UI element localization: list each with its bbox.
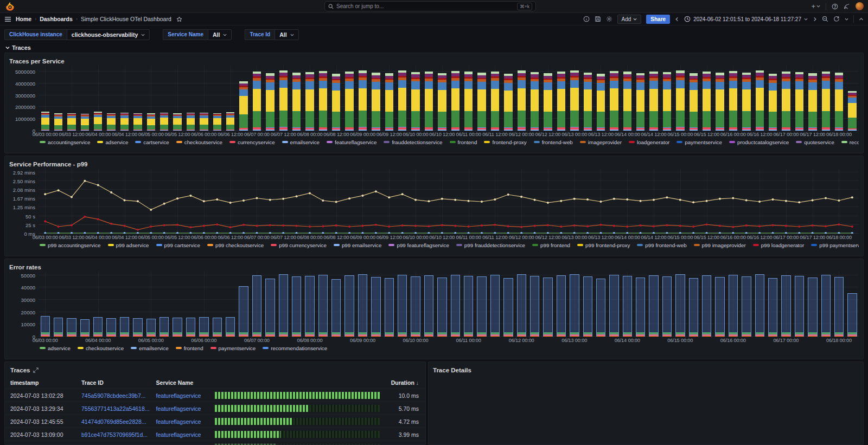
stacked-bar[interactable] xyxy=(477,73,486,131)
stacked-bar[interactable] xyxy=(319,71,327,131)
stacked-bar[interactable] xyxy=(359,70,367,131)
stacked-bar[interactable] xyxy=(690,73,698,131)
error-bar[interactable] xyxy=(808,278,817,337)
legend-item[interactable]: cartservice xyxy=(135,139,169,145)
legend-item[interactable]: accountingservice xyxy=(40,139,90,145)
stacked-bar[interactable] xyxy=(160,113,168,131)
error-bar[interactable] xyxy=(239,286,248,337)
stacked-bar[interactable] xyxy=(305,72,314,131)
stacked-bar[interactable] xyxy=(226,112,234,131)
panel-title[interactable]: Traces xyxy=(5,365,425,375)
legend-item[interactable]: p99 checkoutservice xyxy=(207,242,264,248)
legend-item[interactable]: p99 frontend-proxy xyxy=(577,242,630,248)
error-bar[interactable] xyxy=(186,318,195,337)
error-bar[interactable] xyxy=(742,276,751,337)
error-bar[interactable] xyxy=(715,277,724,337)
legend-item[interactable]: featureflagservice xyxy=(327,139,376,145)
legend-item[interactable]: recommendationservice xyxy=(263,345,327,351)
legend-item[interactable]: adservice xyxy=(97,139,128,145)
panel-title[interactable]: Error rates xyxy=(9,262,859,272)
error-bar[interactable] xyxy=(146,319,156,337)
add-new-icon[interactable]: + xyxy=(811,2,820,10)
error-bar[interactable] xyxy=(411,276,420,337)
error-bar[interactable] xyxy=(503,278,513,337)
error-bar[interactable] xyxy=(54,318,63,337)
stacked-bar[interactable] xyxy=(491,72,499,131)
service-name-link[interactable]: featureflagservice xyxy=(156,418,201,425)
error-bar[interactable] xyxy=(398,275,407,337)
col-duration[interactable]: Duration ↓ xyxy=(383,377,425,389)
trace-id-link[interactable]: b91ce47d753709695f1d... xyxy=(81,431,148,438)
refresh-icon[interactable] xyxy=(833,16,840,22)
save-dashboard-icon[interactable] xyxy=(595,16,601,22)
error-bar[interactable] xyxy=(596,279,605,337)
error-bar[interactable] xyxy=(226,317,235,337)
stacked-bar[interactable] xyxy=(200,113,208,131)
stacked-bar[interactable] xyxy=(279,70,288,131)
stacked-bar[interactable] xyxy=(213,113,221,131)
error-bar[interactable] xyxy=(106,318,116,337)
stacked-bar[interactable] xyxy=(703,72,711,131)
stacked-bar[interactable] xyxy=(518,70,526,131)
error-bar[interactable] xyxy=(675,274,685,337)
stacked-bar[interactable] xyxy=(398,70,406,131)
stacked-bar[interactable] xyxy=(81,114,89,131)
stacked-bar[interactable] xyxy=(504,74,512,131)
legend-item[interactable]: recommendationservice xyxy=(841,139,859,145)
error-bar[interactable] xyxy=(834,277,844,337)
col-trace-id[interactable]: Trace ID xyxy=(78,377,153,389)
breadcrumb-home[interactable]: Home xyxy=(16,16,31,22)
legend-item[interactable]: p99 featureflagservice xyxy=(388,242,449,248)
legend-item[interactable]: p99 loadgenerator xyxy=(753,242,805,248)
stacked-bar[interactable] xyxy=(557,72,565,131)
stacked-bar[interactable] xyxy=(756,70,764,131)
stacked-bar[interactable] xyxy=(464,72,473,131)
stacked-bar[interactable] xyxy=(292,73,301,131)
stacked-bar[interactable] xyxy=(769,74,777,131)
error-bar[interactable] xyxy=(490,275,500,337)
error-bar[interactable] xyxy=(583,276,592,337)
legend-item[interactable]: adservice xyxy=(40,345,71,351)
col-service-name[interactable]: Service Name xyxy=(153,377,212,389)
stacked-bar[interactable] xyxy=(266,73,274,131)
error-bar[interactable] xyxy=(477,276,486,337)
user-avatar[interactable] xyxy=(856,2,864,10)
legend-item[interactable]: p99 currencyservice xyxy=(271,242,327,248)
stacked-bar[interactable] xyxy=(716,73,724,131)
stacked-bar[interactable] xyxy=(147,113,155,131)
stacked-bar[interactable] xyxy=(239,81,247,131)
time-range-back-icon[interactable] xyxy=(675,17,679,22)
trace-id-link[interactable]: 745a59078cbdeec39b7... xyxy=(81,392,146,399)
panel-title[interactable]: Trace Details xyxy=(433,365,859,375)
error-bar[interactable] xyxy=(847,293,857,337)
stacked-bar[interactable] xyxy=(425,72,433,131)
legend-item[interactable]: p99 cartservice xyxy=(156,242,200,248)
error-bar[interactable] xyxy=(557,275,566,337)
service-name-link[interactable]: featureflagservice xyxy=(156,405,201,412)
table-row[interactable]: 2024-07-03 13:09:00b91ce47d753709695f1d.… xyxy=(5,428,425,441)
error-bar[interactable] xyxy=(623,276,632,337)
table-row[interactable]: 2024-07-03 13:26:3321ff4a0ceeaeb4fd90af0… xyxy=(5,441,425,445)
breadcrumb-dashboards[interactable]: Dashboards xyxy=(40,16,73,22)
trace-id-link[interactable]: 41474d0769d85ee2828... xyxy=(81,418,146,425)
traces-section-toggle[interactable]: Traces xyxy=(0,43,868,53)
error-bar[interactable] xyxy=(67,318,76,337)
p99-line-plot[interactable] xyxy=(39,169,859,234)
time-range-picker[interactable]: 2024-06-02 12:01:51 to 2024-06-18 11:27:… xyxy=(684,16,808,22)
stacked-bar[interactable] xyxy=(782,72,790,131)
service-name-select[interactable]: All xyxy=(208,29,232,40)
collapse-toolbar-icon[interactable] xyxy=(859,17,864,21)
legend-item[interactable]: p99 frauddetectionservice xyxy=(456,242,525,248)
favorite-star-icon[interactable] xyxy=(176,16,182,22)
error-bar[interactable] xyxy=(464,276,473,337)
service-name-link[interactable]: featureflagservice xyxy=(156,392,201,399)
error-bar[interactable] xyxy=(133,318,142,337)
error-bar[interactable] xyxy=(159,317,169,337)
error-bar[interactable] xyxy=(41,316,50,337)
stacked-bar[interactable] xyxy=(253,72,261,131)
dashboard-insights-icon[interactable] xyxy=(583,16,590,22)
panel-title[interactable]: Service Performance - p99 xyxy=(9,159,859,169)
error-bar[interactable] xyxy=(173,318,182,337)
legend-item[interactable]: frontend xyxy=(176,345,203,351)
legend-item[interactable]: frontend-web xyxy=(534,139,573,145)
